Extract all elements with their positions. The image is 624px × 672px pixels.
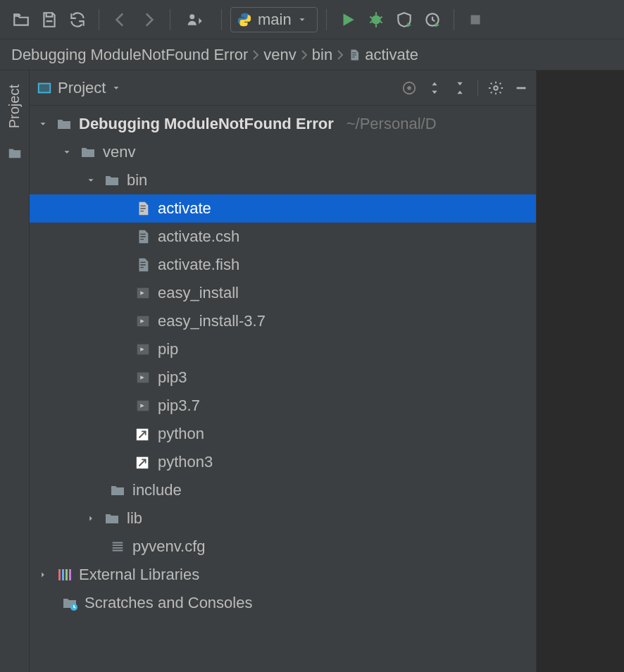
file-icon [134, 228, 152, 246]
tree-file[interactable]: pip3 [30, 363, 536, 392]
toolbar-separator [221, 9, 222, 30]
left-tool-strip: Project [0, 70, 30, 672]
breadcrumb-item[interactable]: Debugging ModuleNotFound Error [11, 46, 248, 64]
run-config-selector[interactable]: main [230, 7, 318, 32]
tree-folder-lib[interactable]: lib [30, 504, 536, 533]
executable-icon [134, 368, 152, 387]
gear-icon[interactable] [488, 80, 504, 96]
chevron-down-icon[interactable] [111, 83, 121, 93]
tree-root[interactable]: Debugging ModuleNotFound Error ~/Persona… [30, 110, 536, 138]
main-toolbar: main [0, 0, 624, 39]
tree-file[interactable]: activate.csh [30, 223, 536, 251]
chevron-right-icon [301, 49, 308, 61]
toolbar-separator [454, 9, 454, 30]
tree-folder-bin[interactable]: bin [30, 166, 536, 194]
debug-icon[interactable] [363, 7, 389, 32]
profile-icon[interactable] [420, 7, 445, 32]
chevron-down-icon[interactable] [61, 147, 73, 157]
breadcrumb-item[interactable]: bin [312, 46, 332, 64]
toolbar-separator [326, 9, 327, 30]
minimize-icon[interactable] [513, 80, 529, 96]
chevron-down-icon [297, 15, 307, 25]
run-config-label: main [258, 11, 292, 29]
separator [478, 80, 478, 97]
breadcrumb-item[interactable]: venv [263, 46, 296, 64]
svg-point-0 [189, 14, 194, 19]
tree-file-activate[interactable]: activate [30, 194, 536, 223]
folder-icon [103, 171, 121, 189]
project-panel: Project Debugging ModuleNotFound Error ~… [30, 70, 537, 672]
tree-file[interactable]: easy_install-3.7 [30, 307, 536, 335]
libraries-icon [55, 566, 73, 584]
tree-folder-include[interactable]: include [30, 476, 536, 504]
scratches-icon [61, 594, 79, 612]
svg-rect-18 [65, 569, 68, 580]
chevron-right-icon[interactable] [85, 514, 97, 523]
file-icon [348, 49, 361, 61]
run-icon[interactable] [335, 7, 361, 32]
expand-all-icon[interactable] [427, 80, 442, 96]
folder-icon [103, 509, 121, 528]
config-file-icon [108, 537, 127, 556]
folder-icon [55, 115, 73, 133]
forward-icon[interactable] [136, 7, 161, 32]
tree-file[interactable]: activate.fish [30, 251, 536, 279]
folder-icon [79, 143, 97, 161]
project-icon [37, 80, 52, 96]
folder-icon[interactable] [7, 145, 23, 161]
tree-file[interactable]: python3 [30, 448, 536, 476]
tree-file[interactable]: pip [30, 335, 536, 363]
project-tree[interactable]: Debugging ModuleNotFound Error ~/Persona… [30, 106, 536, 621]
chevron-down-icon[interactable] [85, 175, 97, 185]
editor-area [537, 70, 624, 672]
project-tool-tab[interactable]: Project [6, 79, 23, 134]
tree-file[interactable]: pyvenv.cfg [30, 533, 536, 561]
breadcrumb: Debugging ModuleNotFound Error venv bin … [0, 39, 624, 70]
open-icon[interactable] [8, 7, 34, 32]
python-icon [237, 12, 252, 27]
svg-rect-5 [39, 83, 51, 92]
svg-rect-17 [62, 569, 64, 580]
tree-scratches[interactable]: Scratches and Consoles [30, 589, 536, 617]
breadcrumb-item[interactable]: activate [348, 46, 418, 64]
toolbar-separator [99, 9, 99, 30]
executable-icon [134, 340, 152, 359]
chevron-right-icon [337, 49, 344, 61]
tree-file[interactable]: pip3.7 [30, 392, 536, 420]
symlink-icon [134, 453, 152, 471]
user-icon[interactable] [179, 7, 213, 32]
chevron-right-icon[interactable] [37, 570, 49, 580]
sync-icon[interactable] [65, 7, 90, 32]
tree-external-libraries[interactable]: External Libraries [30, 561, 536, 589]
file-icon [134, 199, 152, 218]
folder-icon [108, 481, 127, 499]
toolbar-separator [170, 9, 170, 30]
svg-rect-3 [470, 15, 480, 24]
tree-folder-venv[interactable]: venv [30, 138, 536, 166]
symlink-icon [134, 425, 152, 443]
project-panel-header: Project [30, 70, 536, 106]
file-icon [134, 256, 152, 274]
svg-rect-19 [69, 569, 71, 580]
stop-icon[interactable] [463, 7, 488, 32]
svg-point-7 [407, 86, 411, 90]
executable-icon [134, 284, 152, 302]
chevron-right-icon [252, 49, 259, 61]
executable-icon [134, 397, 152, 415]
select-opened-file-icon[interactable] [401, 80, 417, 96]
collapse-all-icon[interactable] [452, 80, 468, 96]
executable-icon [134, 312, 152, 330]
chevron-down-icon[interactable] [37, 119, 49, 129]
tree-file[interactable]: python [30, 420, 536, 448]
svg-point-1 [371, 15, 380, 24]
back-icon[interactable] [108, 7, 133, 32]
svg-point-8 [494, 86, 498, 90]
coverage-icon[interactable] [392, 7, 417, 32]
save-icon[interactable] [37, 7, 62, 32]
svg-rect-16 [58, 569, 61, 580]
panel-title-label[interactable]: Project [58, 79, 106, 97]
tree-file[interactable]: easy_install [30, 279, 536, 307]
